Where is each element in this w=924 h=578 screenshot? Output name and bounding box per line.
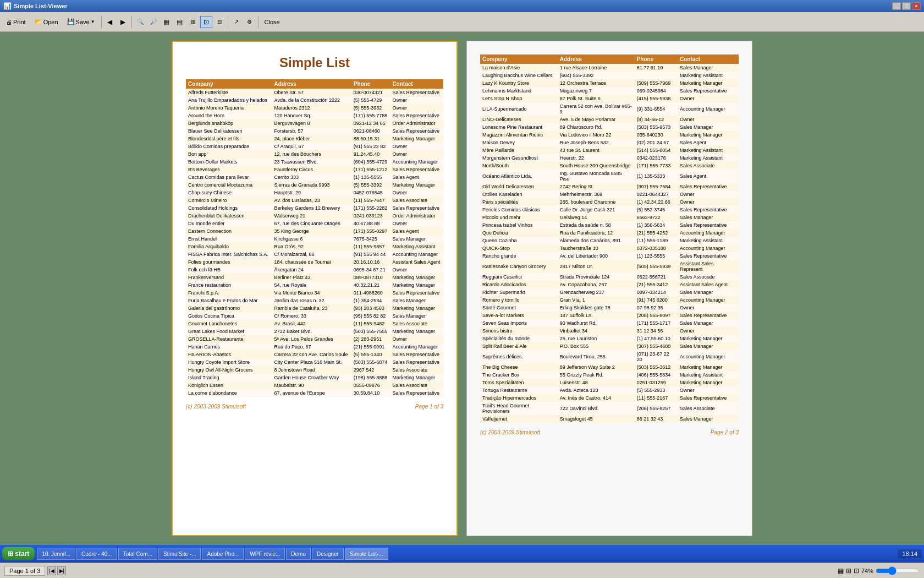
print-button[interactable]: 🖨 Print xyxy=(2,14,30,30)
view-icon-3[interactable]: ⊡ xyxy=(854,567,859,575)
table-row: Océano Atlántico Ltda.Ing. Gustavo Monca… xyxy=(480,170,739,183)
taskbar-right: 18:14 xyxy=(898,549,922,558)
view-icon-2[interactable]: ⊞ xyxy=(846,567,851,575)
zoom-out-button[interactable]: 🔍 xyxy=(134,16,146,28)
table-cell: Marketing Manager xyxy=(678,379,739,386)
table-row: GROSELLA-Restaurante5ª Ave. Los Palos Gr… xyxy=(186,335,443,343)
col2-contact: Contact xyxy=(678,54,739,64)
table-cell: 24, place Kléber xyxy=(272,135,351,143)
table-cell: Åkergatan 24 xyxy=(272,266,351,274)
table-cell: Owner xyxy=(678,304,739,312)
table-cell: South House 300 Queensbridge xyxy=(558,162,635,170)
table-row: Hungry Coyote Import StoreCity Center Pl… xyxy=(186,358,443,366)
table-cell: Richter Supermarkt xyxy=(480,288,558,296)
table-cell: 87 Polk St. Suite 5 xyxy=(558,95,635,102)
table-cell: Sales Manager xyxy=(678,342,739,350)
table-cell: FISSA Fabrica Inter. Salchichas S.A. xyxy=(186,250,272,258)
zoom-level: 74% xyxy=(861,568,873,574)
status-page-label: Page 1 of 3 xyxy=(4,566,45,576)
table-cell: Strada Provinciale 124 xyxy=(558,273,635,281)
table-cell: (415) 555-5938 xyxy=(635,95,678,102)
table-row: La corne d'abondance67, avenue de l'Euro… xyxy=(186,389,443,397)
page2-copyright: (c) 2003-2009 Stimulsoft xyxy=(480,429,540,435)
next-page-button[interactable]: ▶| xyxy=(57,566,66,575)
table-cell: Magazzini Alimentari Riuniti xyxy=(480,131,558,139)
table-cell: Paris spécialités xyxy=(480,198,558,206)
taskbar-item-9[interactable]: Simple List-... xyxy=(345,548,388,560)
table-cell: Rua do Paço, 67 xyxy=(272,343,351,351)
taskbar-item-5[interactable]: Adobe Pho... xyxy=(202,548,244,560)
back-button[interactable]: ◀ xyxy=(104,16,116,28)
table-cell: Rua da Panificadora, 12 xyxy=(558,229,635,237)
page2-footer: (c) 2003-2009 Stimulsoft Page 2 of 3 xyxy=(480,429,739,435)
table-cell: Sales Representative xyxy=(390,289,443,297)
table-cell: Hungry Owl All-Night Grocers xyxy=(186,366,272,374)
taskbar-item-3[interactable]: Total Com... xyxy=(118,548,157,560)
table-row: Tradição HipermercadosAv. Inês de Castro… xyxy=(480,394,739,402)
view5-button[interactable]: ⊟ xyxy=(213,16,226,28)
main-area: Simple List Company Address Phone Contac… xyxy=(0,32,924,563)
taskbar-item-2[interactable]: Codre - 40... xyxy=(76,548,117,560)
table-cell: Marketing Manager xyxy=(390,328,443,335)
table-row: Drachenblut DelikatessenWalserweg 210241… xyxy=(186,212,443,220)
forward-button[interactable]: ▶ xyxy=(117,16,129,28)
table-cell: 0522-556721 xyxy=(635,273,678,281)
table-cell: (509) 555-7969 xyxy=(635,79,678,87)
maximize-button[interactable]: □ xyxy=(902,2,911,10)
table-cell: Calle Dr. Jorge Cash 321 xyxy=(558,206,635,214)
page-navigation: |◀ ▶| xyxy=(47,566,66,575)
view2-button[interactable]: ▤ xyxy=(174,16,186,28)
zoom-slider[interactable] xyxy=(876,566,920,575)
table-cell: Marketing Manager xyxy=(390,304,443,312)
minimize-button[interactable]: _ xyxy=(892,2,901,10)
table-row: Du monde entier67, rue des Cinquante Ota… xyxy=(186,220,443,227)
save-button[interactable]: 💾 Save ▼ xyxy=(63,14,99,30)
start-button[interactable]: ⊞ start xyxy=(2,547,35,560)
table-cell: Av. Inês de Castro, 414 xyxy=(558,394,635,402)
table-cell: (604) 555-3392 xyxy=(558,72,635,79)
table-cell: Vaffeljernet xyxy=(480,415,558,423)
table-cell: Centro comercial Moctezuma xyxy=(186,181,272,189)
taskbar-item-1[interactable]: 10. Jennif... xyxy=(37,548,75,560)
settings-button[interactable]: ⚙ xyxy=(244,16,256,28)
table-cell: 12, rue des Bouchers xyxy=(272,150,351,158)
table-cell: Lonesome Pine Restaurant xyxy=(480,123,558,131)
table-cell: 07-98 92 35 xyxy=(635,304,678,312)
table-cell: 89 Chiaroscuro Rd. xyxy=(558,123,635,131)
view3-button[interactable]: ⊞ xyxy=(187,16,199,28)
close-toolbar-button[interactable]: Close xyxy=(261,14,284,30)
table-cell: Owner xyxy=(390,96,443,104)
table-cell: (1) 135-5555 xyxy=(351,173,391,181)
taskbar-item-6[interactable]: WPF revie... xyxy=(245,548,285,560)
taskbar-item-7[interactable]: Demo xyxy=(286,548,311,560)
zoom-in-button[interactable]: 🔎 xyxy=(147,16,160,28)
view4-button[interactable]: ⊡ xyxy=(200,16,212,28)
table-row: Antonio Moreno TaqueríaMataderos 2312(5)… xyxy=(186,104,443,112)
first-page-button[interactable]: |◀ xyxy=(47,566,56,575)
taskbar-item-4[interactable]: StimulSite -... xyxy=(158,548,201,560)
table-row: Save-a-lot Markets187 Suffolk Ln.(208) 5… xyxy=(480,312,739,319)
table-row: Consolidated HoldingsBerkeley Gardens 12… xyxy=(186,204,443,212)
table-row: Morgenstern GesundkostHeerstr. 220342-02… xyxy=(480,154,739,162)
table-row: Simons bistroVinbæltet 3431 12 34 56Owne… xyxy=(480,327,739,335)
table-cell: Order Administrator xyxy=(390,212,443,220)
table-cell: 89 Jefferson Way Suite 2 xyxy=(558,363,635,371)
open-button[interactable]: 📂 Open xyxy=(31,14,62,30)
table-cell: (2) 283-2951 xyxy=(351,335,391,343)
table-cell: Sales Manager xyxy=(678,319,739,327)
table-cell: LINO-Delicateses xyxy=(480,116,558,123)
table-cell: 030-0074321 xyxy=(351,89,391,96)
table-cell: Spécialités du monde xyxy=(480,335,558,342)
taskbar-item-8[interactable]: Designer xyxy=(312,548,344,560)
table-cell: Simons bistro xyxy=(480,327,558,335)
table-cell: 88.60.15.31 xyxy=(351,135,391,143)
export-button[interactable]: ↗ xyxy=(230,16,243,28)
table-cell: Sales Associate xyxy=(390,320,443,328)
table-cell: Océano Atlántico Ltda. xyxy=(480,170,558,183)
table-cell: Maison Dewey xyxy=(480,139,558,146)
close-button[interactable]: × xyxy=(912,2,921,10)
table-cell: 011-4988260 xyxy=(351,289,391,297)
table-cell: (21) 555-3412 xyxy=(635,281,678,288)
view-icon-1[interactable]: ▦ xyxy=(838,567,844,575)
view1-button[interactable]: ▦ xyxy=(161,16,173,28)
